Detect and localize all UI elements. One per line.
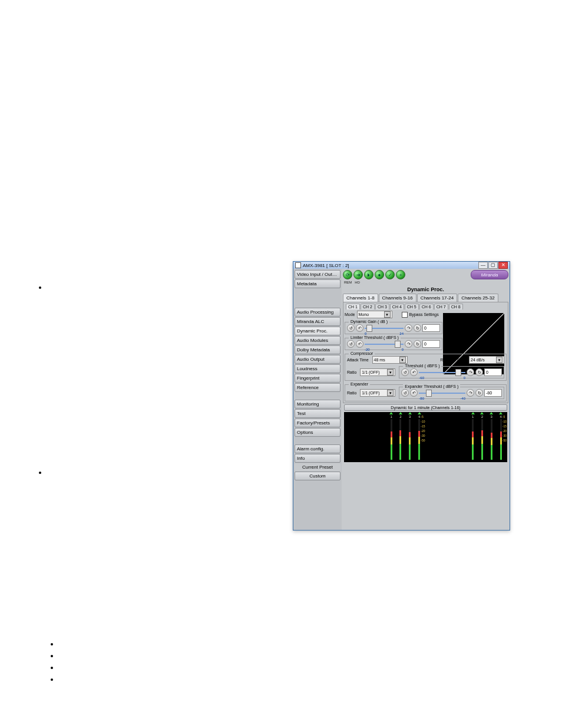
meter-2-1: 1 (471, 412, 475, 462)
sidebar-item-audio-modules[interactable]: Audio Modules (295, 336, 340, 345)
expander-ratio-select[interactable]: 1/1 (OFF) ▼ (360, 389, 395, 397)
expander-threshold-slider[interactable]: -80 -40 (419, 390, 465, 396)
tab-ch-8[interactable]: CH 8 (449, 304, 463, 309)
tool-icon-4[interactable]: ● (375, 270, 384, 279)
tool-icon-3[interactable]: ⏵ (364, 270, 373, 279)
meter-1-2: 2 (399, 412, 402, 462)
section-title: Dynamic Proc. (342, 285, 510, 294)
status-hd: HD (355, 281, 360, 285)
tool-icon-2[interactable]: ➔ (353, 270, 363, 279)
compressor-threshold-value[interactable]: 0 (484, 368, 502, 376)
limiter-slider[interactable]: -20 0 (365, 341, 404, 347)
close-button[interactable]: ✕ (498, 262, 508, 269)
doc-bullets-top (29, 283, 47, 486)
tab-channels-9-16[interactable]: Channels 9-16 (379, 294, 416, 302)
minimize-button[interactable]: — (478, 262, 488, 269)
meters-display: 1234-5-10-15-20-30-50 1234-5-10-15-20-30… (344, 412, 507, 462)
sidebar-item-audio-output[interactable]: Audio Output (295, 355, 340, 364)
doc-bullets-bottom (41, 640, 59, 687)
tool-icon-1[interactable]: ⟳ (343, 270, 352, 279)
dropdown-icon: ▼ (387, 390, 394, 396)
limiter-fast-up-button[interactable]: ↻ (414, 340, 421, 348)
attack-time-select[interactable]: 48 ms ▼ (372, 356, 408, 364)
window-title: AMX-3981 [ SLOT : 2] (303, 263, 478, 268)
sidebar-item-test[interactable]: Test (295, 409, 340, 418)
gain-fast-up-button[interactable]: ↻ (414, 324, 421, 332)
mode-select[interactable]: Mono ▼ (357, 311, 392, 318)
sidebar: Video Input / OutputMetadataAudio Proces… (293, 269, 342, 530)
gain-slider[interactable]: 0 24 (365, 325, 404, 331)
sidebar-item-metadata[interactable]: Metadata (295, 279, 340, 288)
comp-th-fast-down-button[interactable]: ↺ (401, 368, 409, 376)
dynamic-gain-fieldset: Dynamic Gain ( dB ) ↺ ↶ 0 24 ↷ ↻ 0 (345, 322, 442, 334)
sidebar-item-loudness[interactable]: Loudness (295, 364, 340, 373)
release-time-select[interactable]: 24 dB/s ▼ (469, 356, 504, 364)
channel-tabs: CH 1CH 2CH 3CH 4CH 5CH 6CH 7CH 8 (345, 304, 507, 309)
tab-ch-1[interactable]: CH 1 (346, 304, 360, 309)
tab-ch-7[interactable]: CH 7 (434, 304, 448, 309)
exp-th-up-button[interactable]: ↷ (467, 389, 474, 397)
compressor-threshold-slider[interactable]: -60 0 (419, 370, 465, 375)
tab-ch-2[interactable]: CH 2 (361, 304, 375, 309)
limiter-down-button[interactable]: ↶ (356, 340, 363, 348)
comp-th-fast-up-button[interactable]: ↻ (475, 368, 483, 376)
sidebar-item-video-input-output[interactable]: Video Input / Output (295, 270, 340, 279)
tab-channels-17-24[interactable]: Channels 17-24 (417, 294, 457, 302)
maximize-button[interactable]: ▢ (488, 262, 498, 269)
bypass-checkbox[interactable] (402, 312, 408, 318)
sidebar-item-reference[interactable]: Reference (295, 383, 340, 392)
meter-1-3: 3 (408, 412, 412, 462)
exp-th-down-button[interactable]: ↶ (410, 389, 418, 397)
gain-fast-down-button[interactable]: ↺ (347, 324, 355, 332)
sidebar-item-dynamic-proc-[interactable]: Dynamic Proc. (295, 327, 340, 335)
dropdown-icon: ▼ (399, 357, 406, 363)
expander-threshold-value[interactable]: -80 (484, 389, 502, 397)
titlebar[interactable]: AMX-3981 [ SLOT : 2] — ▢ ✕ (293, 262, 510, 269)
sidebar-item-audio-processing[interactable]: Audio Processing (295, 308, 340, 317)
current-preset-value[interactable]: Custom (295, 472, 340, 480)
sidebar-item-options[interactable]: Options (295, 428, 340, 437)
tab-ch-3[interactable]: CH 3 (375, 304, 389, 309)
dropdown-icon: ▼ (384, 311, 391, 318)
tab-ch-6[interactable]: CH 6 (419, 304, 434, 309)
compressor-threshold-fieldset: Threshold ( dBFS ) ↺ ↶ -60 0 (399, 366, 504, 378)
sidebar-item-fingerprint[interactable]: Fingerprint▸ (295, 374, 340, 383)
sidebar-item-monitoring[interactable]: Monitoring (295, 400, 340, 409)
brand-logo: Miranda (471, 270, 508, 279)
tab-ch-5[interactable]: CH 5 (405, 304, 419, 309)
toolbar: ⟳ ➔ ⏵ ● ✓ + Miranda (342, 269, 510, 281)
tab-ch-4[interactable]: CH 4 (390, 304, 404, 309)
exp-th-fast-up-button[interactable]: ↻ (475, 389, 483, 397)
comp-th-up-button[interactable]: ↷ (467, 368, 474, 376)
bypass-label: Bypass Settings (409, 312, 439, 317)
tab-channels-1-8[interactable]: Channels 1-8 (343, 294, 378, 302)
tool-icon-6[interactable]: + (396, 270, 405, 279)
dynamic-one-minute-button[interactable]: Dynamic for 1 minute (Channels 1-16) (344, 404, 507, 411)
exp-th-fast-down-button[interactable]: ↺ (401, 389, 409, 397)
gain-down-button[interactable]: ↶ (356, 324, 363, 332)
sidebar-item-factory-presets[interactable]: Factory/Presets (295, 419, 340, 427)
limiter-fieldset: Limiter Threshold ( dBFS ) ↺ ↶ -20 0 ↷ ↻… (345, 338, 442, 350)
compressor-ratio-select[interactable]: 1/1 (OFF) ▼ (360, 368, 395, 376)
sidebar-item-info[interactable]: Info (295, 454, 340, 463)
limiter-value[interactable]: 0 (422, 340, 440, 348)
limiter-fast-down-button[interactable]: ↺ (347, 340, 355, 348)
meter-2-2: 2 (480, 412, 484, 462)
meter-1-1: 1 (389, 412, 393, 462)
expander-threshold-fieldset: Expander Threshold ( dBFS ) ↺ ↶ -80 -40 (399, 387, 504, 399)
expander-fieldset: Expander Ratio 1/1 (OFF) ▼ Expander Thre… (345, 384, 507, 401)
dropdown-icon: ▼ (496, 357, 503, 363)
limiter-up-button[interactable]: ↷ (405, 340, 412, 348)
gain-up-button[interactable]: ↷ (405, 324, 412, 332)
compressor-fieldset: Compressor Attack Time 48 ms ▼ Release T… (345, 354, 507, 381)
channel-group-tabs: Channels 1-8Channels 9-16Channels 17-24C… (342, 294, 510, 302)
sidebar-item-dolby-metadata[interactable]: Dolby Metadata (295, 345, 340, 354)
gain-value[interactable]: 0 (422, 324, 440, 332)
tab-channels-25-32[interactable]: Channels 25-32 (458, 294, 498, 302)
tool-icon-5[interactable]: ✓ (385, 270, 395, 279)
sidebar-item-miranda-alc[interactable]: Miranda ALC (295, 317, 340, 326)
comp-th-down-button[interactable]: ↶ (410, 368, 418, 376)
status-rem: REM (344, 281, 352, 285)
meter-2-3: 3 (490, 412, 493, 462)
sidebar-item-alarm-config-[interactable]: Alarm config. (295, 444, 340, 453)
